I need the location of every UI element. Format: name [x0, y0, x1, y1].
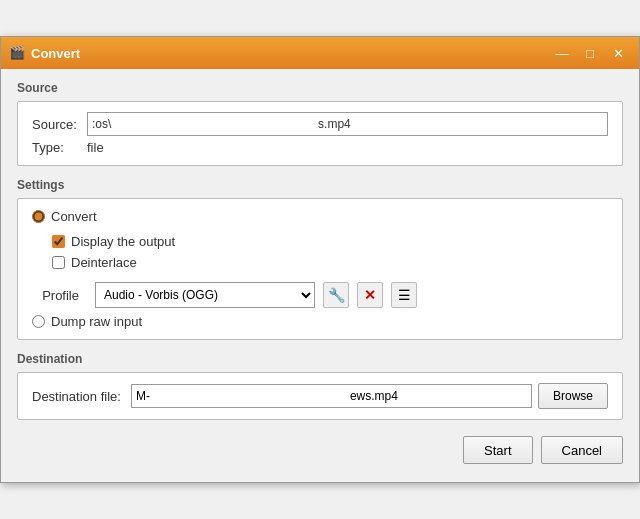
profile-row: Profile Audio - Vorbis (OGG) Video - H.2…	[32, 282, 608, 308]
start-button[interactable]: Start	[463, 436, 532, 464]
source-row: Source:	[32, 112, 608, 136]
titlebar-left: 🎬 Convert	[9, 45, 80, 61]
titlebar-controls: — □ ✕	[549, 43, 631, 63]
cancel-button[interactable]: Cancel	[541, 436, 623, 464]
convert-radio[interactable]	[32, 210, 45, 223]
source-input[interactable]	[87, 112, 608, 136]
maximize-button[interactable]: □	[577, 43, 603, 63]
destination-section: Destination file: Browse	[17, 372, 623, 420]
minimize-button[interactable]: —	[549, 43, 575, 63]
app-icon: 🎬	[9, 45, 25, 61]
profile-wrench-button[interactable]: 🔧	[323, 282, 349, 308]
source-label: Source:	[32, 117, 87, 132]
deinterlace-row: Deinterlace	[52, 255, 608, 270]
settings-group-label: Settings	[17, 178, 623, 192]
display-output-row: Display the output	[52, 234, 608, 249]
dump-radio[interactable]	[32, 315, 45, 328]
dump-radio-label: Dump raw input	[51, 314, 142, 329]
convert-radio-row: Convert	[32, 209, 608, 224]
settings-section: Convert Display the output Deinterlace P…	[17, 198, 623, 340]
profile-select[interactable]: Audio - Vorbis (OGG) Video - H.264 + MP3…	[95, 282, 315, 308]
deinterlace-checkbox[interactable]	[52, 256, 65, 269]
profile-new-button[interactable]: ☰	[391, 282, 417, 308]
deinterlace-label: Deinterlace	[71, 255, 137, 270]
display-output-checkbox[interactable]	[52, 235, 65, 248]
type-label: Type:	[32, 140, 87, 155]
titlebar: 🎬 Convert — □ ✕	[1, 37, 639, 69]
footer-buttons: Start Cancel	[17, 436, 623, 468]
dest-file-input[interactable]	[131, 384, 532, 408]
source-section: Source: Type: file	[17, 101, 623, 166]
window-title: Convert	[31, 46, 80, 61]
dest-row: Destination file: Browse	[32, 383, 608, 409]
dest-file-label: Destination file:	[32, 389, 121, 404]
browse-button[interactable]: Browse	[538, 383, 608, 409]
source-group-label: Source	[17, 81, 623, 95]
main-window: 🎬 Convert — □ ✕ Source Source: Type: fil…	[0, 36, 640, 483]
type-row: Type: file	[32, 140, 608, 155]
close-button[interactable]: ✕	[605, 43, 631, 63]
main-content: Source Source: Type: file Settings Conve…	[1, 69, 639, 482]
convert-radio-label: Convert	[51, 209, 97, 224]
display-output-label: Display the output	[71, 234, 175, 249]
dump-radio-row: Dump raw input	[32, 314, 608, 329]
profile-delete-button[interactable]: ✕	[357, 282, 383, 308]
profile-label: Profile	[32, 288, 87, 303]
type-value: file	[87, 140, 104, 155]
dest-group-label: Destination	[17, 352, 623, 366]
